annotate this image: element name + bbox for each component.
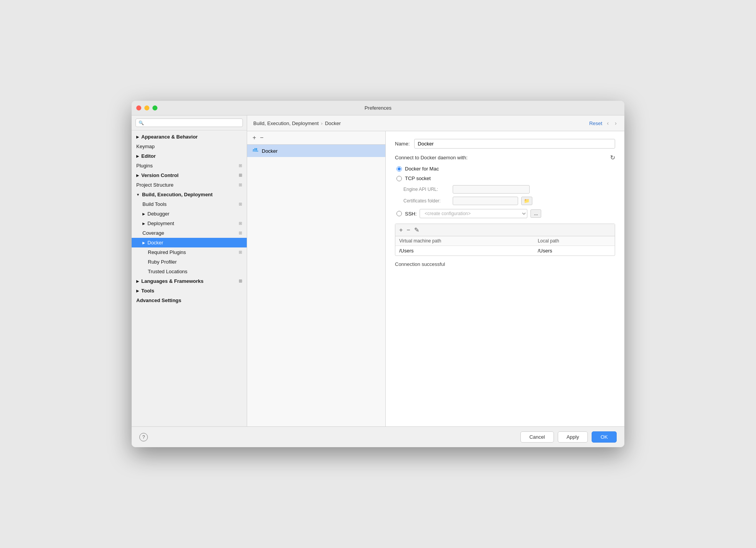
sidebar-item-trusted-locations[interactable]: Trusted Locations: [132, 267, 247, 276]
add-config-button[interactable]: +: [251, 134, 258, 142]
certificates-row: Certificates folder: 📁: [403, 197, 615, 205]
ssh-label[interactable]: SSH:: [405, 211, 416, 217]
badge-icon: ⊞: [239, 279, 242, 284]
chevron-right-icon: ▶: [142, 241, 145, 245]
sidebar-item-label: Build Tools: [142, 201, 167, 207]
breadcrumb-separator: ›: [321, 120, 323, 126]
chevron-right-icon: ▶: [136, 154, 139, 158]
titlebar: Preferences: [132, 101, 624, 115]
sidebar-item-version-control[interactable]: ▶ Version Control ⊞: [132, 170, 247, 180]
certificates-input[interactable]: [453, 197, 518, 205]
sidebar-item-label: Editor: [141, 153, 156, 159]
ssh-more-button[interactable]: ...: [530, 209, 541, 218]
sidebar-item-coverage[interactable]: Coverage ⊞: [132, 228, 247, 238]
breadcrumb: Build, Execution, Deployment › Docker: [253, 120, 341, 126]
vm-path-header: Virtual machine path: [395, 236, 534, 246]
nav-tree: ▶ Appearance & Behavior Keymap ▶ Editor …: [132, 130, 247, 426]
sidebar-item-label: Version Control: [141, 172, 179, 178]
apply-button[interactable]: Apply: [558, 431, 588, 443]
connect-label: Connect to Docker daemon with: ↻: [395, 154, 615, 161]
sidebar-item-keymap[interactable]: Keymap: [132, 142, 247, 151]
sidebar-item-tools[interactable]: ▶ Tools: [132, 286, 247, 296]
sidebar-item-label: Keymap: [136, 144, 155, 149]
badge-icon: ⊞: [239, 202, 242, 207]
bottom-bar: ? Cancel Apply OK: [132, 426, 624, 447]
forward-button[interactable]: ›: [613, 119, 618, 127]
breadcrumb-parent: Build, Execution, Deployment: [253, 120, 319, 126]
panel-header: Build, Execution, Deployment › Docker Re…: [247, 115, 624, 131]
chevron-down-icon: ▼: [136, 193, 140, 197]
add-mapping-button[interactable]: +: [398, 226, 404, 234]
sidebar-item-deployment[interactable]: ▶ Deployment ⊞: [132, 219, 247, 228]
vm-path-cell: /Users: [395, 246, 534, 256]
chevron-right-icon: ▶: [142, 212, 145, 216]
ssh-row: SSH: <create configuration> ...: [395, 209, 615, 218]
minimize-button[interactable]: [144, 105, 149, 110]
tcp-socket-label[interactable]: TCP socket: [405, 175, 431, 181]
sidebar-item-label: Trusted Locations: [148, 269, 187, 274]
sidebar-item-debugger[interactable]: ▶ Debugger: [132, 209, 247, 219]
refresh-button[interactable]: ↻: [610, 154, 615, 161]
preferences-window: Preferences 🔍 ▶ Appearance & Behavior Ke…: [132, 101, 624, 447]
remove-mapping-button[interactable]: −: [405, 226, 411, 234]
list-items: Docker: [247, 145, 385, 426]
bottom-actions: Cancel Apply OK: [520, 431, 617, 443]
sidebar-item-label: Plugins: [136, 163, 153, 169]
sidebar-item-appearance[interactable]: ▶ Appearance & Behavior: [132, 132, 247, 142]
sidebar: 🔍 ▶ Appearance & Behavior Keymap ▶ Edito…: [132, 115, 247, 426]
remove-config-button[interactable]: −: [258, 134, 265, 142]
search-input[interactable]: [146, 120, 240, 125]
chevron-right-icon: ▶: [136, 279, 139, 283]
sidebar-item-editor[interactable]: ▶ Editor: [132, 151, 247, 161]
table-row[interactable]: /Users /Users: [395, 246, 615, 256]
sidebar-item-label: Debugger: [147, 211, 169, 217]
badge-icon: ⊞: [239, 221, 242, 226]
search-icon: 🔍: [139, 120, 144, 125]
reset-button[interactable]: Reset: [589, 120, 602, 126]
sidebar-item-advanced-settings[interactable]: Advanced Settings: [132, 296, 247, 305]
chevron-right-icon: ▶: [142, 222, 145, 226]
back-button[interactable]: ‹: [605, 119, 610, 127]
sidebar-item-docker[interactable]: ▶ Docker: [132, 238, 247, 247]
ok-button[interactable]: OK: [592, 431, 617, 443]
sidebar-item-label: Required Plugins: [148, 249, 186, 255]
window-title: Preferences: [365, 105, 391, 111]
edit-mapping-button[interactable]: ✎: [413, 226, 421, 234]
tcp-socket-radio[interactable]: [396, 176, 402, 181]
docker-config-item[interactable]: Docker: [247, 145, 385, 157]
chevron-right-icon: ▶: [136, 289, 139, 293]
docker-for-mac-radio[interactable]: [396, 166, 402, 172]
sidebar-item-plugins[interactable]: Plugins ⊞: [132, 161, 247, 170]
right-panel: Build, Execution, Deployment › Docker Re…: [247, 115, 624, 426]
maximize-button[interactable]: [152, 105, 157, 110]
svg-rect-4: [256, 148, 257, 149]
docker-for-mac-row: Docker for Mac: [395, 166, 615, 172]
close-button[interactable]: [136, 105, 141, 110]
svg-rect-3: [254, 148, 256, 149]
svg-rect-1: [254, 149, 256, 150]
sidebar-item-build[interactable]: ▼ Build, Execution, Deployment: [132, 190, 247, 199]
name-input[interactable]: [414, 139, 615, 149]
sidebar-item-ruby-profiler[interactable]: Ruby Profiler: [132, 257, 247, 267]
help-button[interactable]: ?: [139, 433, 148, 441]
ssh-radio[interactable]: [396, 211, 402, 216]
svg-rect-0: [253, 149, 254, 150]
chevron-right-icon: ▶: [136, 174, 139, 177]
engine-api-input[interactable]: [453, 185, 530, 194]
sidebar-item-label: Deployment: [147, 221, 174, 226]
sidebar-item-languages[interactable]: ▶ Languages & Frameworks ⊞: [132, 276, 247, 286]
sidebar-item-label: Build, Execution, Deployment: [142, 192, 212, 197]
tcp-socket-row: TCP socket: [395, 175, 615, 181]
certificates-label: Certificates folder:: [403, 198, 450, 204]
ssh-config-select[interactable]: <create configuration>: [420, 209, 527, 218]
search-input-wrap: 🔍: [135, 119, 243, 127]
detail-panel: Name: Connect to Docker daemon with: ↻ D…: [386, 131, 624, 426]
docker-for-mac-label[interactable]: Docker for Mac: [405, 166, 439, 172]
sidebar-item-project-structure[interactable]: Project Structure ⊞: [132, 180, 247, 190]
sidebar-item-required-plugins[interactable]: Required Plugins ⊞: [132, 247, 247, 257]
sidebar-item-build-tools[interactable]: Build Tools ⊞: [132, 199, 247, 209]
docker-config-label: Docker: [262, 148, 278, 154]
name-label: Name:: [395, 141, 410, 147]
cancel-button[interactable]: Cancel: [520, 431, 554, 443]
folder-button[interactable]: 📁: [521, 197, 532, 205]
